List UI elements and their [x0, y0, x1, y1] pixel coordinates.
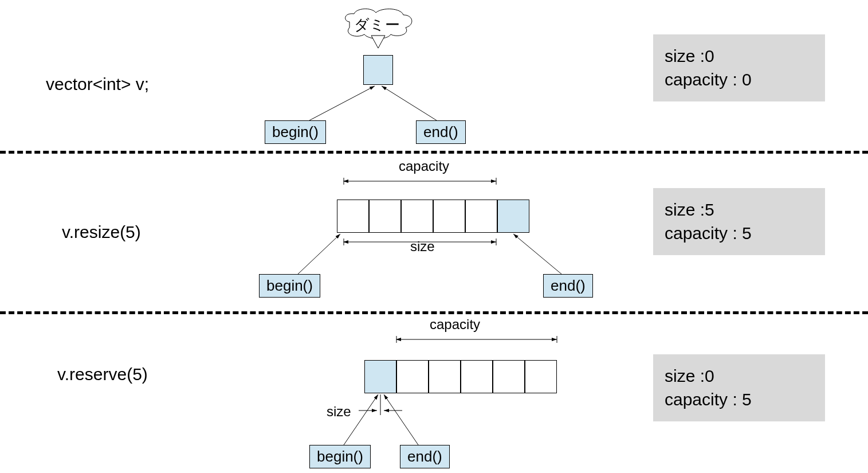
end-box-1: end()	[416, 120, 466, 144]
cell-2-3	[433, 200, 465, 233]
speech-bubble: ダミー	[338, 6, 418, 56]
cell-3-2	[461, 360, 493, 393]
panel-resize: v.resize(5) capacity size begin() end() …	[0, 154, 868, 311]
end-box-3: end()	[400, 445, 450, 468]
code-label-2: v.resize(5)	[62, 222, 141, 242]
info-cap-3: capacity : 5	[665, 388, 814, 412]
size-label-2: size	[410, 239, 435, 255]
panel-empty-vector: vector<int> v; ダミー begin() end() size :0…	[0, 0, 868, 149]
end-box-2: end()	[543, 274, 593, 298]
speech-text: ダミー	[354, 15, 400, 35]
capacity-label-3: capacity	[430, 316, 480, 333]
cell-2-dummy	[497, 200, 529, 233]
info-size-1: size :0	[665, 45, 814, 68]
info-size-2: size :5	[665, 198, 814, 222]
begin-box-2: begin()	[259, 274, 320, 298]
begin-box-1: begin()	[265, 120, 326, 144]
info-cap-1: capacity : 0	[665, 68, 814, 92]
code-label-1: vector<int> v;	[46, 75, 149, 94]
cell-3-0	[396, 360, 429, 393]
cell-2-2	[401, 200, 433, 233]
cell-dummy	[363, 55, 393, 85]
info-box-3: size :0 capacity : 5	[653, 354, 825, 421]
cell-2-4	[465, 200, 497, 233]
code-label-3: v.reserve(5)	[57, 365, 148, 384]
cell-3-1	[429, 360, 461, 393]
size-label-3: size	[327, 404, 351, 420]
info-box-2: size :5 capacity : 5	[653, 188, 825, 255]
cell-3-4	[525, 360, 557, 393]
cell-2-1	[369, 200, 401, 233]
begin-box-3: begin()	[309, 445, 371, 468]
info-cap-2: capacity : 5	[665, 222, 814, 245]
cell-3-dummy	[364, 360, 396, 393]
info-box-1: size :0 capacity : 0	[653, 34, 825, 101]
svg-marker-0	[371, 36, 385, 48]
capacity-label-2: capacity	[399, 158, 449, 174]
info-size-3: size :0	[665, 365, 814, 388]
cell-3-3	[493, 360, 525, 393]
cell-2-0	[337, 200, 369, 233]
panel-reserve: v.reserve(5) capacity size begin() end()…	[0, 314, 868, 473]
